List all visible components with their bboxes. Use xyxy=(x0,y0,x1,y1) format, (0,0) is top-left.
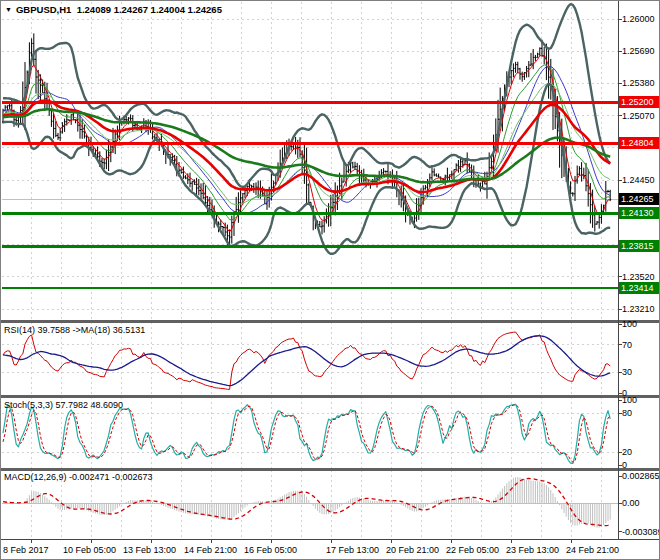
chart-window: ▼GBPUSD,H1 1.24089 1.24267 1.24004 1.242… xyxy=(0,0,660,560)
price-axis-label: 1.23210 xyxy=(622,304,655,315)
indicator-axis-label: 30 xyxy=(622,367,632,378)
resistance-price-tag: 1.24804 xyxy=(619,137,660,149)
indicator-axis-label: 0.00 xyxy=(622,498,640,509)
time-axis-label: 14 Feb 21:00 xyxy=(184,545,237,555)
price-axis-label: 1.24450 xyxy=(622,175,655,186)
indicator-axis-label: 100 xyxy=(622,395,637,406)
time-axis-label: 17 Feb 13:00 xyxy=(326,545,379,555)
price-axis-label: 1.25380 xyxy=(622,78,655,89)
indicator-axis-label: 20 xyxy=(622,447,632,458)
chart-title: ▼GBPUSD,H1 1.24089 1.24267 1.24004 1.242… xyxy=(5,4,222,15)
time-axis-label: 13 Feb 13:00 xyxy=(123,545,176,555)
indicator-axis-label: 0 xyxy=(622,460,627,471)
macd-indicator-label: MACD(12,26,9) -0.002471 -0.002673 xyxy=(4,472,153,483)
time-axis-label: 8 Feb 2017 xyxy=(3,545,49,555)
time-axis-label: 10 Feb 05:00 xyxy=(63,545,116,555)
support-price-tag: 1.23815 xyxy=(619,240,660,252)
indicator-axis-label: 100 xyxy=(622,319,637,330)
indicator-axis-label: -0.003089 xyxy=(622,527,660,538)
support-price-tag: 1.23414 xyxy=(619,282,660,294)
indicator-axis-label: 0.002865 xyxy=(622,471,660,482)
rsi-indicator-label: RSI(14) 39.7588 ->MA(18) 36.5131 xyxy=(4,325,145,336)
title-ohlc: 1.24089 1.24267 1.24004 1.24265 xyxy=(77,4,222,15)
support-price-tag: 1.24130 xyxy=(619,207,660,219)
time-axis-label: 16 Feb 05:00 xyxy=(244,545,297,555)
indicator-axis-label: 80 xyxy=(622,408,632,419)
stoch-indicator-label: Stoch(5,3,3) 57.7982 48.6090 xyxy=(4,400,123,411)
price-axis-label: 1.25690 xyxy=(622,46,655,57)
resistance-price-tag: 1.25200 xyxy=(619,96,660,108)
symbol-dropdown-icon[interactable]: ▼ xyxy=(5,6,12,13)
price-axis-label: 1.25070 xyxy=(622,111,655,122)
time-axis-label: 24 Feb 21:00 xyxy=(566,545,619,555)
time-axis-label: 22 Feb 05:00 xyxy=(446,545,499,555)
time-axis-label: 20 Feb 21:00 xyxy=(386,545,439,555)
current-price-tag: 1.24265 xyxy=(619,193,660,205)
title-symbol: GBPUSD,H1 xyxy=(16,4,71,15)
indicator-axis-label: 70 xyxy=(622,340,632,351)
time-axis-label: 23 Feb 13:00 xyxy=(506,545,559,555)
price-axis-label: 1.26000 xyxy=(622,14,655,25)
